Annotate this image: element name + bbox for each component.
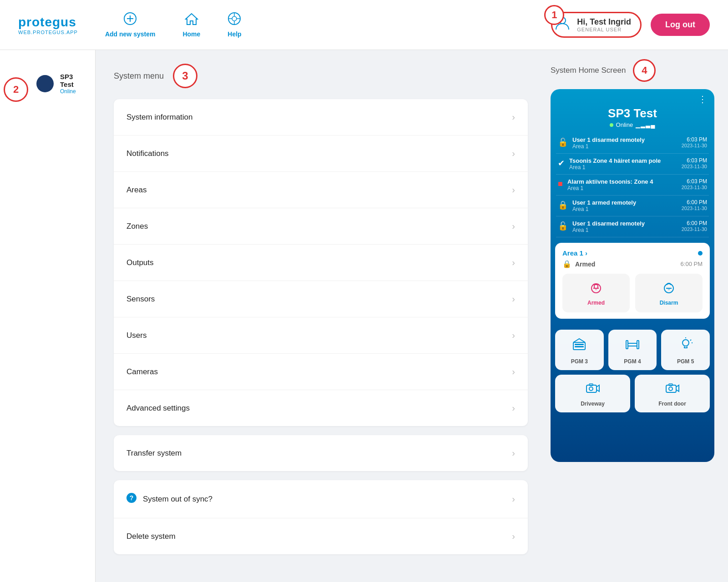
phone-menu-icon[interactable]: ⋮ [698, 94, 708, 105]
menu-item-outputs[interactable]: Outputs › [114, 245, 528, 281]
garage-icon [572, 337, 586, 355]
front-door-camera-button[interactable]: Front door [635, 375, 710, 412]
area-card: Area 1 › 🔒 Armed 6:00 PM 0 Armed [555, 243, 710, 319]
logo-text: protegus [18, 15, 76, 30]
question-icon: ? [126, 493, 136, 505]
pgm3-button[interactable]: PGM 3 [555, 330, 604, 370]
svg-point-5 [232, 16, 237, 21]
chevron-right-icon: › [512, 330, 515, 341]
chevron-right-icon: › [512, 403, 515, 413]
nav-help[interactable]: Help [228, 12, 241, 38]
menu-item-transfer-system[interactable]: Transfer system › [114, 435, 528, 471]
area-armed-row: 🔒 Armed 6:00 PM [562, 260, 703, 268]
sidebar-system-item[interactable]: SP3 Test Online [27, 73, 95, 95]
menu-item-cameras[interactable]: Cameras › [114, 354, 528, 390]
menu-item-users[interactable]: Users › [114, 317, 528, 354]
center-panel: System menu 3 System information › Notif… [96, 50, 546, 582]
light-icon [678, 337, 693, 355]
svg-rect-20 [575, 346, 584, 347]
menu-item-system-out-of-sync[interactable]: ? System out of sync? › [114, 480, 528, 518]
front-door-label: Front door [658, 401, 686, 407]
driveway-camera-button[interactable]: Driveway [555, 375, 630, 412]
camera-icon2 [666, 382, 679, 397]
svg-rect-19 [575, 344, 584, 345]
system-status: Online [60, 88, 86, 95]
chevron-right-icon: › [512, 112, 515, 122]
phone-top-bar: ⋮ [551, 89, 714, 105]
menu-item-advanced-settings[interactable]: Advanced settings › [114, 390, 528, 426]
nav-home[interactable]: Home [182, 12, 200, 38]
chevron-right-icon: › [512, 448, 515, 458]
event-item: ✔ Tsoonis Zone 4 häiret enam pole Area 1… [556, 154, 709, 175]
user-badge: 1 Hi, Test Ingrid GENERAL USER [551, 12, 642, 38]
area-title[interactable]: Area 1 › [562, 249, 587, 257]
event-item: ■ Alarm aktiivne tsoonis: Zone 4 Area 1 … [556, 175, 709, 196]
driveway-label: Driveway [581, 401, 605, 407]
lock-icon: 🔒 [562, 260, 571, 268]
event-list: 🔓 User 1 disarmed remotely Area 1 6:03 P… [551, 133, 714, 237]
area-armed-label: Armed [575, 261, 595, 268]
chevron-right-icon: › [512, 185, 515, 195]
pgm5-button[interactable]: PGM 5 [661, 330, 710, 370]
area-actions: 0 Armed 0 Disarm [562, 274, 703, 312]
arm-button[interactable]: 0 Armed [562, 274, 630, 312]
header: protegus WEB.PROTEGUS.APP Add new system… [0, 0, 728, 50]
logo-sub: WEB.PROTEGUS.APP [18, 30, 78, 35]
arm-icon: 0 [589, 280, 603, 298]
menu-item-delete-system[interactable]: Delete system › [114, 518, 528, 554]
menu-item-notifications[interactable]: Notifications › [114, 135, 528, 172]
pgm5-label: PGM 5 [677, 358, 694, 365]
svg-line-31 [690, 340, 691, 341]
area-card-header: Area 1 › [562, 249, 703, 257]
panel-header: System menu 3 [114, 64, 528, 88]
nav-add-new-system[interactable]: Add new system [105, 12, 155, 38]
lock-icon: 🔒 [558, 200, 568, 210]
menu-item-areas[interactable]: Areas › [114, 172, 528, 208]
sync-menu-group: ? System out of sync? › Delete system › [114, 480, 528, 554]
logout-button[interactable]: Log out [651, 14, 710, 36]
svg-marker-3 [186, 14, 197, 25]
camera-icon [586, 382, 600, 397]
event-item: 🔒 User 1 armed remotely Area 1 6:00 PM 2… [556, 196, 709, 216]
alarm-icon: ■ [558, 179, 563, 189]
user-info: Hi, Test Ingrid GENERAL USER [577, 17, 631, 32]
right-panel: System Home Screen 4 ⋮ SP3 Test Online ▁… [546, 50, 728, 582]
phone-system-name: SP3 Test [551, 105, 714, 121]
disarm-label: Disarm [660, 300, 678, 306]
event-item: 🔓 User 1 disarmed remotely Area 1 6:03 P… [556, 133, 709, 154]
main-content: 2 SP3 Test Online System menu 3 System i… [0, 50, 728, 582]
sidebar-badge: 2 [4, 77, 28, 102]
area-armed-time: 6:00 PM [681, 261, 703, 267]
unlock-icon: 🔓 [558, 137, 568, 147]
user-role: GENERAL USER [577, 27, 631, 32]
transfer-menu-group: Transfer system › [114, 435, 528, 471]
arm-label: Armed [587, 300, 605, 306]
menu-item-zones[interactable]: Zones › [114, 208, 528, 245]
area-status-dot [698, 251, 703, 256]
system-name: SP3 Test [60, 73, 86, 88]
home-icon [185, 12, 198, 29]
chevron-right-icon: › [512, 531, 515, 542]
svg-rect-36 [666, 385, 676, 392]
phone-status: Online ▁▂▃▄ [551, 121, 714, 133]
pgm4-button[interactable]: PGM 4 [608, 330, 657, 370]
pgm-grid: PGM 3 PGM 4 PGM 5 [551, 324, 714, 370]
menu-item-sensors[interactable]: Sensors › [114, 281, 528, 317]
svg-text:0: 0 [668, 287, 670, 291]
center-badge: 3 [173, 64, 197, 88]
chevron-right-icon: › [512, 257, 515, 268]
system-avatar [36, 75, 54, 92]
pgm3-label: PGM 3 [571, 358, 588, 365]
phone-screen: ⋮ SP3 Test Online ▁▂▃▄ 🔓 User 1 disarmed… [551, 89, 714, 462]
status-dot [610, 123, 613, 127]
gate-icon [625, 337, 640, 355]
sidebar: 2 SP3 Test Online [0, 50, 96, 582]
chevron-right-icon: › [512, 148, 515, 159]
chevron-right-icon: › [512, 494, 515, 504]
menu-item-system-information[interactable]: System information › [114, 99, 528, 135]
disarm-button[interactable]: 0 Disarm [635, 274, 703, 312]
chevron-right-icon: › [512, 221, 515, 231]
nav-help-label: Help [228, 30, 241, 38]
header-right: 1 Hi, Test Ingrid GENERAL USER Log out [551, 12, 710, 38]
check-icon: ✔ [558, 158, 565, 168]
